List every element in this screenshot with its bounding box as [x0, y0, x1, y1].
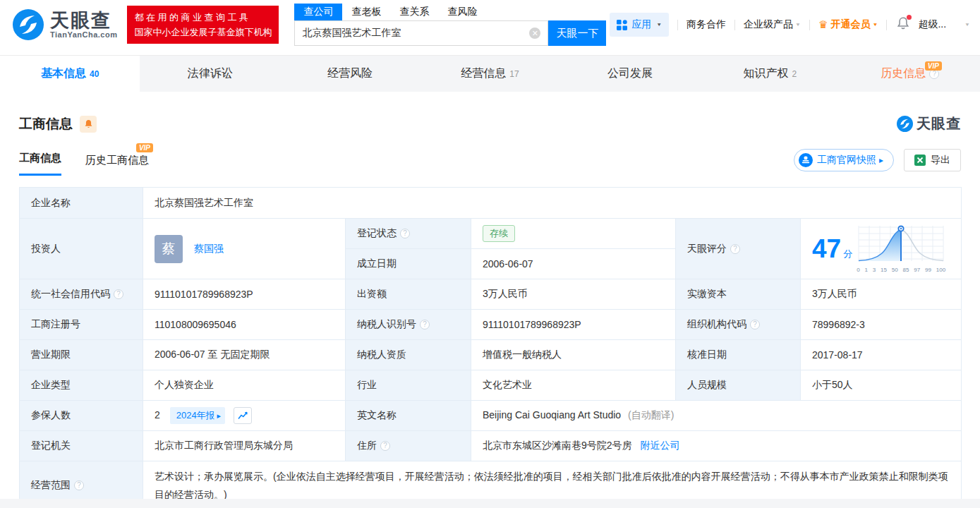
- menu-item-enterprise[interactable]: 企业级产品: [744, 18, 793, 31]
- menu-item-cooperation[interactable]: 商务合作: [686, 18, 726, 31]
- tab-operation-risk[interactable]: 经营风险: [280, 56, 420, 92]
- watermark-brand-name: 天眼查: [917, 114, 961, 133]
- investor-avatar[interactable]: 蔡: [155, 235, 183, 263]
- english-name: Beijing Cai Guoqiang Art Studio: [483, 409, 621, 421]
- annual-report-badge[interactable]: 2024年报: [170, 407, 225, 424]
- tab-intellectual-property[interactable]: 知识产权 2: [700, 56, 840, 92]
- open-vip-button[interactable]: ♛ 开通会员: [818, 18, 878, 31]
- help-icon[interactable]: [750, 320, 760, 329]
- top-menu: 应用 商务合作 企业级产品 ♛ 开通会员 超级...: [610, 13, 980, 37]
- tab-label: 基本信息: [41, 66, 86, 81]
- top-header: 天眼查 TianYanCha.com 都在用的商业查询工具 国家中小企业发展子基…: [0, 0, 980, 49]
- search-tab-company[interactable]: 查公司: [294, 4, 342, 20]
- help-icon[interactable]: [420, 320, 430, 329]
- table-row: 工商注册号 110108009695046 纳税人识别号 91110101789…: [20, 310, 962, 340]
- apps-menu-label: 应用: [631, 18, 651, 31]
- open-vip-label: 开通会员: [830, 18, 870, 31]
- export-button[interactable]: 导出: [904, 149, 961, 171]
- table-row: 登记机关 北京市工商行政管理局东城分局 住所 北京市东城区沙滩南巷9号院2号房 …: [20, 431, 962, 461]
- field-value-industry: 文化艺术业: [471, 370, 676, 401]
- menu-divider: [677, 20, 678, 30]
- chevron-down-icon: [795, 22, 801, 27]
- apps-grid-icon: [617, 20, 627, 30]
- clear-search-icon[interactable]: [529, 28, 540, 39]
- tianyancha-logo[interactable]: 天眼查 TianYanCha.com: [13, 9, 117, 40]
- field-label-text: 天眼评分: [687, 243, 727, 254]
- menu-divider: [809, 20, 810, 30]
- main-content: 工商信息 天眼查 工商信息 VIP 历史工商信息: [0, 114, 980, 508]
- field-label-staff-size: 人员规模: [676, 370, 801, 401]
- help-icon[interactable]: [400, 229, 410, 238]
- official-snapshot-button[interactable]: 工商官网快照: [794, 149, 894, 171]
- help-icon[interactable]: [74, 480, 84, 490]
- field-value-staff-size: 小于50人: [801, 370, 962, 401]
- field-value-org-code: 78996892-3: [801, 310, 962, 340]
- subtab-label: 历史工商信息: [85, 154, 149, 166]
- search-input[interactable]: [295, 28, 529, 39]
- excel-icon: [914, 155, 926, 166]
- field-label-score: 天眼评分: [676, 219, 801, 279]
- tab-legal-proceedings[interactable]: 法律诉讼: [140, 56, 279, 92]
- field-value-reg-number: 110108009695046: [143, 310, 346, 340]
- insured-count: 2: [155, 409, 160, 421]
- field-value-credit-code: 91110101789968923P: [143, 279, 346, 310]
- tab-count: 17: [509, 69, 519, 79]
- table-row: 统一社会信用代码 91110101789968923P 出资额 3万人民币 实缴…: [20, 279, 962, 310]
- nearby-companies-link[interactable]: 附近公司: [640, 440, 679, 451]
- search-tab-boss[interactable]: 查老板: [342, 4, 390, 20]
- field-value-company-type: 个人独资企业: [143, 370, 346, 401]
- score-value: 47: [812, 236, 841, 262]
- field-value-establish-date: 2006-06-07: [471, 249, 676, 279]
- notification-bell-icon[interactable]: [897, 17, 909, 32]
- field-value-paid-capital: 3万人民币: [801, 279, 962, 310]
- field-label-text: 住所: [357, 440, 377, 451]
- field-label-capital: 出资额: [346, 279, 471, 310]
- field-label-registry: 登记机关: [20, 431, 143, 461]
- field-value-capital: 3万人民币: [471, 279, 676, 310]
- field-label-company-type: 企业类型: [20, 370, 143, 401]
- apps-menu-button[interactable]: 应用: [610, 13, 669, 37]
- field-label-credit-code: 统一社会信用代码: [20, 279, 143, 310]
- tab-history-info[interactable]: VIP 历史信息: [840, 56, 980, 92]
- field-label-industry: 行业: [346, 370, 471, 401]
- search-area: 查公司 查老板 查关系 查风险 天眼一下: [294, 4, 606, 46]
- tab-label: 公司发展: [607, 66, 653, 81]
- field-value-taxpayer-quality: 增值税一般纳税人: [471, 340, 676, 370]
- subtab-history-biz-info[interactable]: VIP 历史工商信息: [85, 154, 149, 176]
- company-nav-tabs: 基本信息 40 法律诉讼 经营风险 经营信息 17 公司发展 知识产权 2 VI…: [0, 55, 980, 92]
- menu-divider: [886, 20, 887, 30]
- tab-basic-info[interactable]: 基本信息 40: [0, 56, 140, 92]
- section-title: 工商信息: [19, 115, 73, 133]
- tab-label: 经营信息: [461, 66, 506, 81]
- table-row: 营业期限 2006-06-07 至 无固定期限 纳税人资质 增值税一般纳税人 核…: [20, 340, 962, 370]
- status-badge: 存续: [483, 225, 515, 242]
- help-icon[interactable]: [114, 289, 123, 299]
- field-label-approval-date: 核准日期: [676, 340, 801, 370]
- stamp-icon: [799, 153, 813, 167]
- tab-company-development[interactable]: 公司发展: [560, 56, 700, 92]
- score-distribution-chart: 0131550859799100: [857, 224, 945, 273]
- address-text: 北京市东城区沙滩南巷9号院2号房: [483, 440, 632, 451]
- table-row: 参保人数 2 2024年报 英文名称 Beijing Cai Guoqiang …: [20, 401, 962, 431]
- subtab-biz-info[interactable]: 工商信息: [19, 152, 61, 176]
- search-button[interactable]: 天眼一下: [548, 20, 606, 46]
- monitor-bell-icon[interactable]: [80, 116, 97, 133]
- tab-label: 知识产权: [743, 66, 788, 81]
- search-tab-relation[interactable]: 查关系: [390, 4, 438, 20]
- field-label-reg-status: 登记状态: [346, 219, 471, 249]
- menu-divider: [734, 20, 735, 30]
- trend-chart-icon[interactable]: [234, 407, 252, 424]
- search-tab-risk[interactable]: 查风险: [438, 4, 486, 20]
- account-menu[interactable]: 超级...: [918, 18, 946, 31]
- vip-badge: VIP: [136, 143, 153, 152]
- vip-badge: VIP: [925, 61, 942, 71]
- field-value-approval-date: 2017-08-17: [801, 340, 962, 370]
- investor-name-link[interactable]: 蔡国强: [194, 242, 224, 253]
- field-label-reg-number: 工商注册号: [20, 310, 143, 340]
- field-label-english-name: 英文名称: [346, 401, 471, 431]
- help-icon[interactable]: [730, 244, 740, 254]
- field-value-investor: 蔡 蔡国强: [143, 219, 346, 279]
- field-label-text: 经营范围: [31, 479, 71, 490]
- help-icon[interactable]: [380, 441, 390, 451]
- tab-operation-info[interactable]: 经营信息 17: [420, 56, 559, 92]
